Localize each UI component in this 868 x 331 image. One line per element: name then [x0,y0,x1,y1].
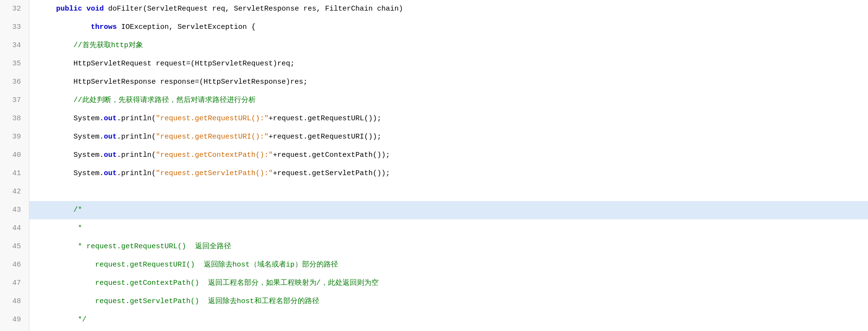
line-content: request.getServletPath() 返回除去host和工程名部分的… [29,293,868,311]
line-content: */ [29,311,868,329]
line-content: HttpServletResponse response=(HttpServle… [29,73,868,91]
table-row: 37 //此处判断，先获得请求路径，然后对请求路径进行分析 [0,91,868,110]
line-number: 45 [0,238,29,256]
line-content: public void doFilter(ServletRequest req,… [29,0,868,18]
table-row: 41 System.out.println("request.getServle… [0,165,868,183]
table-row: 48 request.getServletPath() 返回除去host和工程名… [0,293,868,311]
line-number: 44 [0,219,29,238]
line-content: //首先获取http对象 [29,37,868,55]
code-table: 32 public void doFilter(ServletRequest r… [0,0,868,331]
table-row: 32 public void doFilter(ServletRequest r… [0,0,868,18]
line-content [29,329,868,331]
table-row: 50 [0,329,868,331]
table-row: 39 System.out.println("request.getReques… [0,128,868,146]
table-row: 47 request.getContextPath() 返回工程名部分，如果工程… [0,274,868,293]
table-row: 33 throws IOException, ServletException … [0,18,868,37]
line-number: 43 [0,201,29,219]
line-number: 49 [0,311,29,329]
table-row: 40 System.out.println("request.getContex… [0,146,868,165]
line-number: 36 [0,73,29,91]
table-row: 42 [0,183,868,201]
line-content: System.out.println("request.getContextPa… [29,146,868,165]
line-content: throws IOException, ServletException { [29,18,868,37]
line-number: 32 [0,0,29,18]
line-number: 46 [0,256,29,274]
line-content: request.getRequestURI() 返回除去host（域名或者ip）… [29,256,868,274]
line-number: 48 [0,293,29,311]
line-content: HttpServletRequest request=(HttpServletR… [29,55,868,73]
line-content: System.out.println("request.getRequestUR… [29,128,868,146]
line-content: * request.getRequestURL() 返回全路径 [29,238,868,256]
line-number: 37 [0,91,29,110]
line-number: 42 [0,183,29,201]
line-content: /* [29,201,868,219]
line-number: 47 [0,274,29,293]
line-content: * [29,219,868,238]
line-number: 34 [0,37,29,55]
line-number: 35 [0,55,29,73]
code-editor: 32 public void doFilter(ServletRequest r… [0,0,868,331]
table-row: 45 * request.getRequestURL() 返回全路径 [0,238,868,256]
line-number: 41 [0,165,29,183]
line-content: request.getContextPath() 返回工程名部分，如果工程映射为… [29,274,868,293]
line-content [29,183,868,201]
table-row: 49 */ [0,311,868,329]
line-number: 50 [0,329,29,331]
line-number: 38 [0,110,29,128]
table-row: 34 //首先获取http对象 [0,37,868,55]
table-row: 44 * [0,219,868,238]
line-content: //此处判断，先获得请求路径，然后对请求路径进行分析 [29,91,868,110]
line-number: 39 [0,128,29,146]
table-row: 43 /* [0,201,868,219]
line-content: System.out.println("request.getRequestUR… [29,110,868,128]
line-number: 40 [0,146,29,165]
table-row: 38 System.out.println("request.getReques… [0,110,868,128]
line-number: 33 [0,18,29,37]
table-row: 35 HttpServletRequest request=(HttpServl… [0,55,868,73]
table-row: 46 request.getRequestURI() 返回除去host（域名或者… [0,256,868,274]
line-content: System.out.println("request.getServletPa… [29,165,868,183]
table-row: 36 HttpServletResponse response=(HttpSer… [0,73,868,91]
